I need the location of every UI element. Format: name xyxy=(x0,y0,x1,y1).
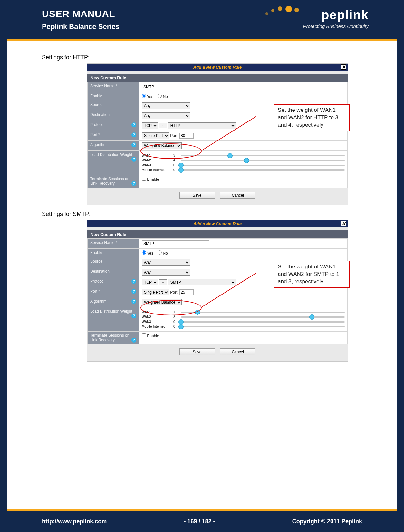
wan-weight-row: Mobile Internet 0 xyxy=(142,168,345,172)
label-port: Port *? xyxy=(88,131,139,141)
custom-rule-panel: Add a New Custom Rule ✕ New Custom Rule … xyxy=(87,220,348,362)
port-prefix: Port: xyxy=(170,133,178,138)
port-input[interactable] xyxy=(179,289,194,295)
wan-weight-row: WAN3 0 xyxy=(142,320,345,324)
wan-name: WAN2 xyxy=(142,315,171,319)
wan-weight-row: WAN2 4 xyxy=(142,159,345,162)
brand-tagline: Protecting Business Continuity xyxy=(303,24,369,29)
source-select[interactable]: Any xyxy=(142,259,190,266)
help-icon[interactable]: ? xyxy=(131,299,136,304)
label-protocol: Protocol? xyxy=(88,121,139,131)
brand-name: peplink xyxy=(303,8,369,22)
service-name-input[interactable] xyxy=(142,84,209,90)
weight-slider[interactable] xyxy=(181,326,345,327)
label-service-name: Service Name * xyxy=(88,82,139,92)
protocol-select[interactable]: TCP xyxy=(142,122,158,129)
wan-name: Mobile Internet xyxy=(142,325,171,328)
source-select[interactable]: Any xyxy=(142,102,190,109)
label-enable: Enable xyxy=(88,249,139,257)
panel-title: Add a New Custom Rule xyxy=(193,65,242,70)
section-label: Settings for SMTP: xyxy=(42,211,364,218)
help-icon[interactable]: ? xyxy=(131,279,136,284)
wan-name: WAN2 xyxy=(142,159,171,162)
service-name-input[interactable] xyxy=(142,240,209,247)
help-icon[interactable]: ? xyxy=(131,122,136,127)
label-load-weight: Load Distribution Weight? xyxy=(88,307,139,332)
weight-slider[interactable] xyxy=(181,169,345,171)
wan-name: WAN3 xyxy=(142,320,171,324)
terminate-checkbox[interactable]: Enable xyxy=(142,334,159,338)
close-icon[interactable]: ✕ xyxy=(341,221,346,226)
port-mode-select[interactable]: Single Port xyxy=(142,289,169,295)
save-button[interactable]: Save xyxy=(179,192,215,199)
section-label: Settings for HTTP: xyxy=(42,54,364,61)
terminate-checkbox[interactable]: Enable xyxy=(142,177,159,182)
save-button[interactable]: Save xyxy=(179,348,215,355)
wan-value: 4 xyxy=(173,159,179,162)
cancel-button[interactable]: Cancel xyxy=(220,192,255,199)
label-source: Source xyxy=(88,257,139,267)
weight-slider[interactable] xyxy=(181,316,345,318)
wan-name: WAN1 xyxy=(142,310,171,314)
label-port: Port *? xyxy=(88,287,139,297)
label-algorithm: Algorithm? xyxy=(88,297,139,307)
weight-slider[interactable] xyxy=(181,321,345,323)
label-terminate: Terminate Sessions on Link Recovery? xyxy=(88,332,139,344)
panel-subhead: New Custom Rule xyxy=(87,74,348,82)
arrow-left-button[interactable]: ← xyxy=(159,279,167,285)
close-icon[interactable]: ✕ xyxy=(341,64,346,70)
page-footer: http://www.peplink.com - 169 / 182 - Cop… xyxy=(0,509,404,532)
enable-yes-radio[interactable]: Yes xyxy=(142,94,153,99)
custom-rule-panel: Add a New Custom Rule ✕ New Custom Rule … xyxy=(87,63,348,205)
arrow-left-button[interactable]: ← xyxy=(159,123,167,128)
help-icon[interactable]: ? xyxy=(131,289,136,294)
wan-weight-row: WAN1 3 xyxy=(142,154,345,157)
wan-value: 8 xyxy=(173,315,179,319)
weight-slider[interactable] xyxy=(181,165,345,166)
label-destination: Destination xyxy=(88,267,139,277)
algorithm-select[interactable]: Weighted Balance xyxy=(142,142,182,149)
algorithm-select[interactable]: Weighted Balance xyxy=(142,299,182,305)
label-destination: Destination xyxy=(88,111,139,121)
wan-weight-row: WAN1 1 xyxy=(142,310,345,314)
label-enable: Enable xyxy=(88,92,139,101)
enable-no-radio[interactable]: No xyxy=(158,251,168,256)
enable-no-radio[interactable]: No xyxy=(158,94,168,99)
label-source: Source xyxy=(88,101,139,111)
weight-slider[interactable] xyxy=(181,312,345,313)
footer-page: - 169 / 182 - xyxy=(184,518,215,525)
annotation-callout: Set the weight of WAN1 and WAN2 for SMTP… xyxy=(274,261,350,288)
label-protocol: Protocol? xyxy=(88,277,139,287)
weight-slider[interactable] xyxy=(181,155,345,156)
wan-name: WAN3 xyxy=(142,163,171,167)
wan-value: 1 xyxy=(173,310,179,314)
port-prefix: Port: xyxy=(170,290,178,295)
form-table: Service Name * Enable Yes No Source Any … xyxy=(87,82,348,188)
protocol-helper-select[interactable]: SMTP xyxy=(168,279,236,285)
destination-select[interactable]: Any xyxy=(142,112,190,119)
panel-titlebar: Add a New Custom Rule ✕ xyxy=(87,220,348,227)
label-terminate: Terminate Sessions on Link Recovery? xyxy=(88,175,139,188)
page-header: USER MANUAL Peplink Balance Series pepli… xyxy=(0,0,404,41)
wan-name: WAN1 xyxy=(142,154,171,157)
help-icon[interactable]: ? xyxy=(131,181,136,186)
destination-select[interactable]: Any xyxy=(142,269,190,276)
brand-logo: peplink Protecting Business Continuity xyxy=(303,8,369,29)
panel-titlebar: Add a New Custom Rule ✕ xyxy=(87,64,348,71)
protocol-select[interactable]: TCP xyxy=(142,279,158,285)
port-input[interactable] xyxy=(179,133,194,139)
weight-slider[interactable] xyxy=(181,160,345,161)
help-icon[interactable]: ? xyxy=(131,157,136,162)
protocol-helper-select[interactable]: HTTP xyxy=(168,122,236,129)
form-table: Service Name * Enable Yes No Source Any … xyxy=(87,238,348,344)
panel-title: Add a New Custom Rule xyxy=(193,221,242,226)
help-icon[interactable]: ? xyxy=(131,132,136,137)
help-icon[interactable]: ? xyxy=(131,142,136,147)
enable-yes-radio[interactable]: Yes xyxy=(142,251,153,256)
help-icon[interactable]: ? xyxy=(131,314,136,318)
panel-subhead: New Custom Rule xyxy=(87,230,348,238)
help-icon[interactable]: ? xyxy=(131,338,136,343)
wan-value: 3 xyxy=(173,154,179,157)
cancel-button[interactable]: Cancel xyxy=(220,348,255,355)
port-mode-select[interactable]: Single Port xyxy=(142,132,169,139)
